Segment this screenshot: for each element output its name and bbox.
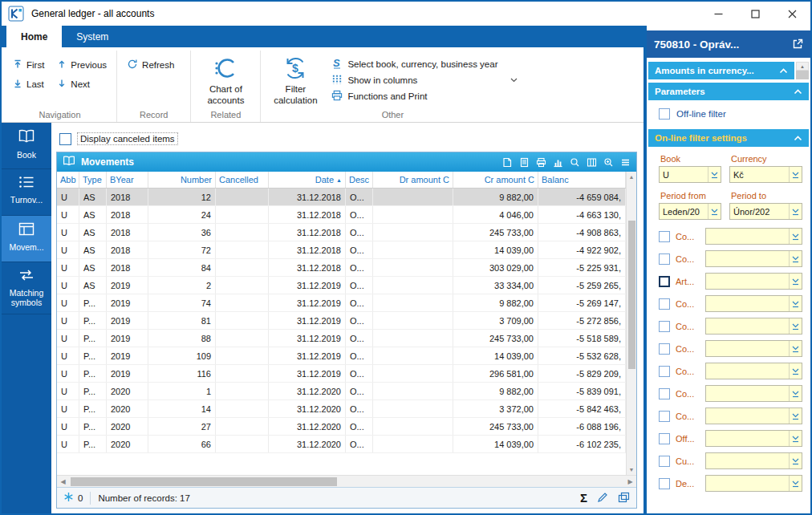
find-icon[interactable] — [570, 157, 580, 168]
chart-icon[interactable] — [553, 157, 563, 168]
next-button[interactable]: Next — [54, 75, 110, 94]
print-icon[interactable] — [536, 157, 546, 168]
table-row[interactable]: UP...20201431.12.2020O...3 372,00-5 842 … — [57, 400, 626, 418]
scroll-up-icon[interactable]: ▲ — [627, 172, 636, 182]
column-header-desc[interactable]: Desc — [346, 172, 373, 188]
columns-icon[interactable] — [587, 157, 597, 168]
filter-calculation-button[interactable]: $ Filter calculation — [267, 54, 323, 107]
table-row[interactable]: UP...20198831.12.2019O...245 733,00-5 51… — [57, 330, 626, 347]
filter-combo[interactable] — [705, 295, 802, 312]
scroll-down-icon[interactable]: ▼ — [627, 464, 636, 475]
filter-checkbox[interactable] — [659, 231, 670, 242]
sum-icon[interactable]: Σ — [580, 492, 587, 504]
combo-dropdown-icon[interactable] — [789, 476, 802, 491]
filter-combo[interactable] — [705, 228, 802, 245]
period-from-combo[interactable]: Leden/20 — [659, 203, 721, 220]
filter-checkbox[interactable] — [659, 456, 670, 467]
combo-dropdown-icon[interactable] — [708, 167, 721, 182]
filter-combo[interactable] — [705, 340, 802, 357]
filter-checkbox[interactable] — [659, 343, 670, 355]
export-icon[interactable] — [502, 157, 513, 168]
select-book-button[interactable]: S Select book, currency, business year — [331, 57, 518, 71]
scroll-right-icon[interactable]: ▶ — [624, 478, 636, 485]
table-row[interactable]: UP...20206631.12.2020O...14 039,00-6 102… — [57, 436, 626, 453]
column-header-number[interactable]: Number — [148, 172, 216, 188]
report-icon[interactable] — [519, 157, 530, 168]
refresh-button[interactable]: Refresh — [124, 55, 177, 75]
period-to-combo[interactable]: Únor/202 — [729, 203, 802, 220]
table-row[interactable]: UAS20181231.12.2018O...9 882,00-4 659 08… — [57, 189, 626, 206]
last-button[interactable]: Last — [10, 75, 47, 94]
filter-combo[interactable] — [705, 408, 802, 424]
combo-dropdown-icon[interactable] — [789, 318, 802, 334]
filter-checkbox[interactable] — [659, 433, 670, 444]
sidebar-item-movements[interactable]: Movem... — [2, 216, 51, 262]
combo-dropdown-icon[interactable] — [789, 431, 802, 446]
table-row[interactable]: UP...201911631.12.2019O...296 581,00-5 8… — [57, 365, 626, 383]
filter-combo[interactable] — [705, 318, 802, 335]
combo-dropdown-icon[interactable] — [789, 204, 802, 219]
table-row[interactable]: UAS20187231.12.2018O...14 039,00-4 922 9… — [57, 241, 626, 259]
filter-combo[interactable] — [705, 250, 802, 267]
sidebar-item-matching-symbols[interactable]: Matching symbols — [2, 262, 51, 314]
chevron-up-icon[interactable] — [779, 68, 788, 74]
book-combo[interactable]: U — [659, 166, 721, 183]
combo-dropdown-icon[interactable] — [789, 453, 802, 468]
column-header-dr-amount-c[interactable]: Dr amount C — [373, 172, 453, 188]
table-row[interactable]: UAS20183631.12.2018O...245 733,00-4 908 … — [57, 224, 626, 241]
copy-icon[interactable] — [618, 492, 630, 505]
display-canceled-label[interactable]: Display canceled items — [77, 132, 178, 145]
table-row[interactable]: UAS20182431.12.2018O...4 046,00-4 663 13… — [57, 206, 626, 224]
section-online-filter-settings[interactable]: On-line filter settings — [648, 129, 809, 147]
filter-combo[interactable] — [705, 475, 802, 492]
combo-dropdown-icon[interactable] — [789, 296, 802, 311]
maximize-button[interactable] — [737, 2, 773, 26]
column-header-byear[interactable]: BYear — [107, 172, 148, 188]
external-link-icon[interactable] — [792, 39, 803, 50]
filter-combo[interactable] — [705, 430, 802, 447]
filter-checkbox[interactable] — [659, 253, 670, 265]
scroll-left-icon[interactable]: ◀ — [57, 478, 69, 485]
zoom-icon[interactable] — [603, 157, 614, 168]
edit-icon[interactable] — [597, 492, 608, 505]
filter-combo[interactable] — [705, 385, 802, 402]
panel-scroll-thumb[interactable] — [796, 71, 809, 79]
sidebar-item-turnover[interactable]: Turnov... — [2, 169, 51, 216]
display-canceled-checkbox[interactable] — [59, 133, 71, 145]
column-header-date[interactable]: Date▲ — [269, 172, 346, 188]
filter-checkbox[interactable] — [659, 298, 670, 310]
filter-checkbox[interactable] — [659, 388, 670, 399]
horizontal-scrollbar[interactable]: ◀ ▶ — [57, 475, 636, 487]
sidebar-item-book[interactable]: Book — [2, 123, 51, 169]
panel-scrollbar[interactable]: ▲ — [796, 62, 809, 79]
filter-combo[interactable] — [705, 273, 802, 290]
chevron-up-icon[interactable] — [794, 89, 802, 95]
combo-dropdown-icon[interactable] — [789, 274, 802, 289]
first-button[interactable]: First — [10, 55, 47, 75]
vertical-scroll-thumb[interactable] — [628, 221, 635, 369]
combo-dropdown-icon[interactable] — [789, 341, 802, 356]
table-row[interactable]: UAS2019231.12.2019O...33 334,00-5 259 26… — [57, 277, 626, 294]
combo-dropdown-icon[interactable] — [789, 229, 802, 244]
show-in-columns-button[interactable]: Show in columns — [331, 74, 518, 87]
column-header-abb[interactable]: Abb — [57, 172, 79, 188]
combo-dropdown-icon[interactable] — [789, 251, 802, 266]
section-amounts-in-currency[interactable]: Amounts in currency... — [648, 62, 794, 79]
combo-dropdown-icon[interactable] — [789, 386, 802, 401]
offline-filter-checkbox[interactable] — [659, 108, 670, 120]
table-row[interactable]: UP...20202731.12.2020O...245 733,00-6 08… — [57, 418, 626, 436]
filter-checkbox[interactable] — [659, 411, 670, 422]
combo-dropdown-icon[interactable] — [789, 167, 802, 182]
filter-checkbox[interactable] — [659, 478, 670, 489]
filter-checkbox[interactable] — [659, 366, 670, 377]
chevron-down-icon[interactable] — [510, 78, 518, 83]
functions-and-print-button[interactable]: Functions and Print — [331, 90, 518, 103]
filter-checkbox[interactable] — [659, 321, 670, 332]
minimize-button[interactable] — [700, 2, 737, 26]
chart-of-accounts-button[interactable]: Chart of accounts — [197, 54, 254, 107]
menu-icon[interactable] — [620, 157, 631, 168]
column-header-cancelled[interactable]: Cancelled — [216, 172, 269, 188]
close-button[interactable] — [773, 2, 810, 26]
scroll-up-icon[interactable]: ▲ — [796, 62, 809, 71]
currency-combo[interactable]: Kč — [729, 166, 802, 183]
